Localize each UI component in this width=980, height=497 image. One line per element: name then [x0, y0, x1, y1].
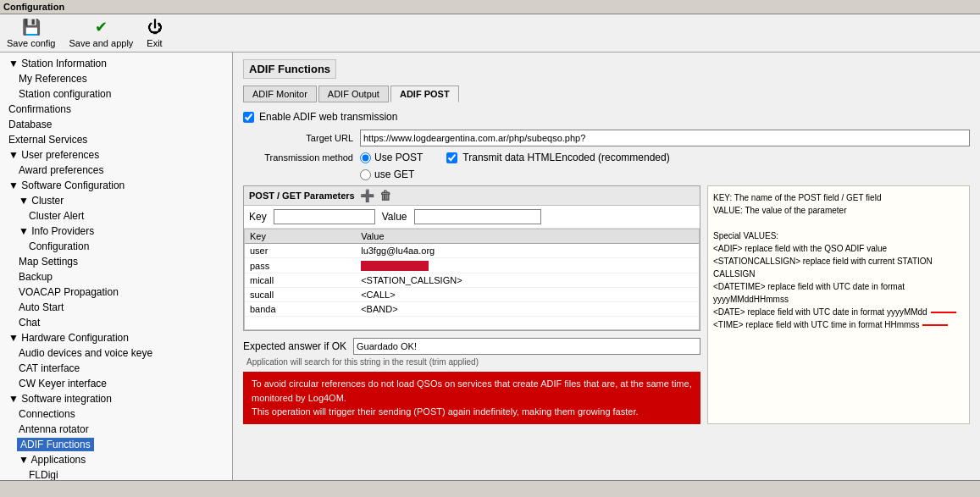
info-panel: KEY: The name of the POST field / GET fi… [707, 185, 970, 424]
sidebar-item-station-configuration[interactable]: Station configuration [0, 86, 232, 102]
sidebar-item-confirmations[interactable]: Confirmations [0, 102, 232, 117]
sidebar-item-my-references[interactable]: My References [0, 71, 232, 86]
info-datetime-row: <DATETIME> replace field with UTC date i… [713, 280, 964, 306]
transmission-method-label: Transmission method [243, 152, 353, 163]
sidebar-item-award-preferences[interactable]: Award preferences [0, 163, 232, 178]
transmit-html-label: Transmit data HTMLEncoded (recommended) [462, 152, 669, 163]
tab-adif-post[interactable]: ADIF POST [390, 86, 459, 102]
info-time-row: <TIME> replace field with UTC time in fo… [713, 318, 964, 331]
sidebar-item-station-information[interactable]: ▼ Station Information [0, 56, 232, 71]
sidebar: ▼ Station InformationMy ReferencesStatio… [0, 52, 233, 480]
warning-box: To avoid circular references do not load… [243, 372, 700, 424]
info-special-title: Special VALUES: [713, 229, 964, 242]
param-key: user [245, 244, 356, 258]
param-key: micall [245, 273, 356, 288]
exit-button[interactable]: ⏻ Exit [147, 19, 162, 48]
sidebar-item-applications[interactable]: ▼ Applications [0, 452, 232, 467]
target-url-input[interactable] [360, 130, 970, 146]
post-get-box: POST / GET Parameters ➕ 🗑 Key Value [243, 185, 700, 331]
sidebar-item-user-preferences[interactable]: ▼ User preferences [0, 147, 232, 163]
sidebar-item-info-providers[interactable]: ▼ Info Providers [0, 224, 232, 239]
sidebar-item-backup[interactable]: Backup [0, 269, 232, 284]
expected-input[interactable] [353, 338, 700, 355]
value-input-label: Value [382, 211, 407, 223]
table-row[interactable]: micall<STATION_CALLSIGN> [245, 273, 699, 288]
exit-label: Exit [147, 38, 162, 48]
info-value-line: VALUE: The value of the parameter [713, 204, 964, 217]
sidebar-item-cluster[interactable]: ▼ Cluster [0, 193, 232, 208]
info-key-line: KEY: The name of the POST field / GET fi… [713, 191, 964, 204]
sidebar-item-antenna-rotator[interactable]: Antenna rotator [0, 422, 232, 437]
param-value: lu3fgg@lu4aa.org [356, 244, 699, 258]
info-datetime-line: <DATETIME> replace field with UTC date i… [713, 280, 964, 306]
title-bar: Configuration [0, 0, 980, 14]
post-get-title: POST / GET Parameters [249, 191, 355, 201]
col-key: Key [245, 229, 356, 244]
sidebar-item-configuration[interactable]: Configuration [0, 239, 232, 254]
sidebar-item-audio-devices[interactable]: Audio devices and voice keye [0, 345, 232, 361]
use-post-radio[interactable] [360, 152, 371, 163]
target-url-label: Target URL [243, 133, 353, 143]
sidebar-item-chat[interactable]: Chat [0, 315, 232, 330]
add-param-button[interactable]: ➕ [360, 189, 374, 202]
window-title: Configuration [3, 2, 64, 12]
expected-row: Expected answer if OK [243, 338, 700, 355]
save-config-icon: 💾 [22, 18, 41, 36]
transmission-method-row: Transmission method Use POST Transmit da… [243, 152, 970, 163]
sidebar-item-external-services[interactable]: External Services [0, 132, 232, 147]
toolbar: 💾 Save config ✔ Save and apply ⏻ Exit [0, 14, 980, 52]
sidebar-item-cw-keyer[interactable]: CW Keyer interface [0, 376, 232, 391]
param-key: sucall [245, 288, 356, 302]
delete-param-button[interactable]: 🗑 [379, 189, 391, 202]
sidebar-item-software-configuration[interactable]: ▼ Software Configuration [0, 178, 232, 193]
expected-label: Expected answer if OK [243, 340, 346, 352]
save-and-apply-button[interactable]: ✔ Save and apply [69, 18, 133, 48]
content-area: ▼ Station InformationMy ReferencesStatio… [0, 52, 980, 480]
sidebar-item-fldigi[interactable]: FLDigi [0, 467, 232, 480]
sidebar-item-voacap-propagation[interactable]: VOACAP Propagation [0, 284, 232, 300]
use-get-radio[interactable] [360, 169, 371, 180]
tab-adif-output[interactable]: ADIF Output [318, 86, 389, 102]
expected-hint: Application will search for this string … [246, 357, 700, 367]
enable-adif-checkbox[interactable] [243, 112, 254, 123]
param-key: pass [245, 258, 356, 273]
param-value: <CALL> [356, 288, 699, 302]
info-time-line: <TIME> replace field with UTC time in fo… [713, 318, 919, 331]
table-row[interactable]: sucall<CALL> [245, 288, 699, 302]
col-value: Value [356, 229, 699, 244]
sidebar-item-adif-functions[interactable]: ADIF Functions [0, 437, 232, 452]
enable-adif-row: Enable ADIF web transmission [243, 111, 970, 123]
key-input[interactable] [274, 209, 375, 224]
save-apply-icon: ✔ [95, 18, 108, 36]
sidebar-item-cluster-alert[interactable]: Cluster Alert [0, 208, 232, 224]
main-window: Configuration 💾 Save config ✔ Save and a… [0, 0, 980, 497]
params-tbody: userlu3fgg@lu4aa.orgpass••••••••micall<S… [245, 244, 699, 317]
sidebar-item-auto-start[interactable]: Auto Start [0, 300, 232, 315]
exit-icon: ⏻ [147, 19, 163, 36]
transmit-html-checkbox[interactable] [446, 152, 457, 163]
sidebar-item-connections[interactable]: Connections [0, 406, 232, 422]
info-station-line: <STATIONCALLSIGN> replace field with cur… [713, 255, 964, 280]
sidebar-item-hardware-configuration[interactable]: ▼ Hardware Configuration [0, 330, 232, 345]
warning-text: To avoid circular references do not load… [252, 378, 692, 417]
save-config-button[interactable]: 💾 Save config [7, 18, 55, 48]
value-input[interactable] [414, 209, 541, 224]
info-date-line: <DATE> replace field with UTC date in fo… [713, 306, 927, 318]
main-panel: ADIF Functions ADIF Monitor ADIF Output … [233, 52, 980, 480]
bottom-bar [0, 480, 980, 497]
params-table: Key Value userlu3fgg@lu4aa.orgpass••••••… [245, 229, 699, 317]
tab-adif-monitor[interactable]: ADIF Monitor [243, 86, 317, 102]
params-table-area: Key Value userlu3fgg@lu4aa.orgpass••••••… [244, 229, 700, 330]
table-row[interactable]: userlu3fgg@lu4aa.org [245, 244, 699, 258]
table-row[interactable]: pass•••••••• [245, 258, 699, 273]
sidebar-item-software-integration[interactable]: ▼ Software integration [0, 391, 232, 406]
date-redline [931, 312, 956, 313]
table-row[interactable]: banda<BAND> [245, 302, 699, 317]
sidebar-item-cat-interface[interactable]: CAT interface [0, 361, 232, 376]
enable-adif-label: Enable ADIF web transmission [259, 111, 397, 123]
sidebar-item-database[interactable]: Database [0, 117, 232, 132]
sidebar-item-map-settings[interactable]: Map Settings [0, 254, 232, 269]
tabs: ADIF Monitor ADIF Output ADIF POST [243, 86, 970, 102]
left-form: POST / GET Parameters ➕ 🗑 Key Value [243, 185, 700, 424]
post-get-split: POST / GET Parameters ➕ 🗑 Key Value [243, 185, 970, 424]
